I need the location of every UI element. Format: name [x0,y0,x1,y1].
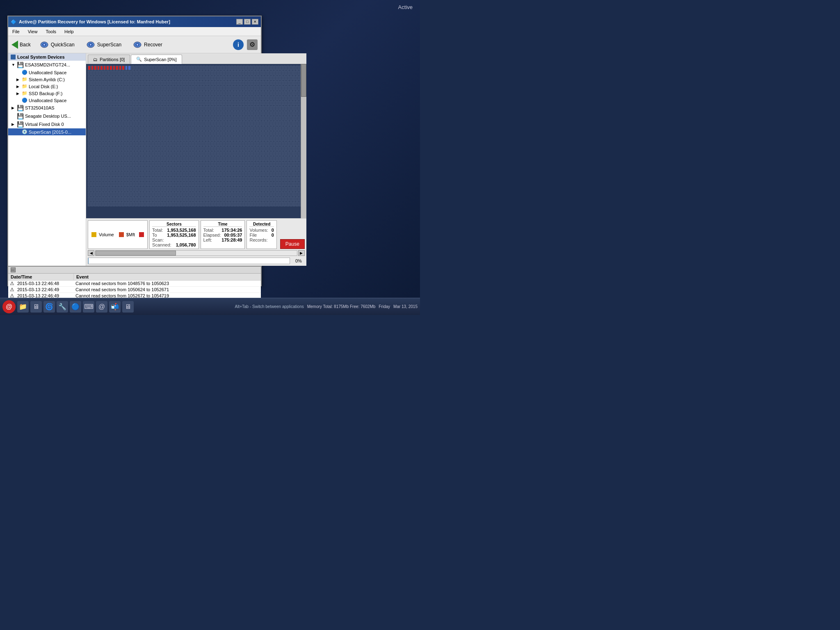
title-bar-left: 🔷 Active@ Partition Recovery for Windows… [11,19,170,25]
alttab-hint: Alt+Tab - Switch between applications [235,304,304,309]
taskbar-icon-5[interactable]: 🔵 [70,301,81,313]
log-row-datetime-1: 2015-03-13 22:46:49 [16,287,74,292]
sectors-total-label: Total: [152,228,163,233]
taskbar-icon-9[interactable]: 🖥 [122,301,134,313]
scroll-left-button[interactable]: ◀ [88,250,94,256]
sidebar-item-ssdbackup[interactable]: ▶ 📁 SSD Backup (F:) [8,90,86,97]
sidebar-item-syspart[interactable]: ▶ 📁 Sistem Ayrildı (C:) [8,76,86,83]
time-left-label: Left: [203,237,212,242]
sidebar-item-disk3[interactable]: ▶ 💾 Virtual Fixed Disk 0 [8,120,86,128]
tree-toggle-syspart: ▶ [16,78,21,82]
taskbar: @ 📁 🖥 🌀 🔧 🔵 ⌨ @ 📬 🖥 Alt+Tab - Switch bet… [0,298,420,315]
log-row-0[interactable]: ⚠ 2015-03-13 22:46:48 Cannot read sector… [8,281,261,287]
taskbar-icon-8[interactable]: 📬 [109,301,121,313]
log-row-event-1: Cannot read sectors from 1050624 to 1052… [74,287,261,292]
syspart-icon: 📁 [22,77,27,82]
pause-button[interactable]: Pause [280,239,305,249]
svg-point-2 [43,44,45,46]
detected-group: Detected Volumes: 0 File Records: 0 [247,220,276,249]
tab-superscan-label: SuperScan [0%] [144,57,177,62]
scroll-right-button[interactable]: ▶ [298,250,305,256]
log-columns: Date/Time Event [8,274,261,281]
volume-label: Volume [99,232,114,237]
scan-grid [86,64,306,218]
unalloc1-label: Unallocated Space [29,98,66,103]
sectors-total-value: 1,953,525,168 [167,228,196,233]
log-minimize-button[interactable]: — [11,267,16,272]
log-header: — [8,267,261,274]
taskbar-memory: Memory Total: 8175Mb Free: 7602Mb [307,304,376,309]
active-label: Active [398,4,413,10]
detected-title: Detected [249,222,274,227]
stats-panel: Volume $Mft Sectors Total: 1,953,525,168 [86,218,306,266]
maximize-button[interactable]: □ [244,19,251,25]
time-title: Time [203,222,242,227]
smft-color [119,232,124,237]
info-button[interactable]: i [233,39,244,50]
menu-file[interactable]: File [11,29,21,34]
localdisk-label: Local Disk (E:) [29,84,58,89]
taskbar-right: Alt+Tab - Switch between applications Me… [235,304,418,309]
toolbar-right: i ⚙ [233,39,258,50]
tree-toggle-disk1: ▶ [11,106,16,110]
progress-bar [88,258,290,264]
disk0-label: ESA3SMD2HTGT24... [25,62,70,67]
tree-toggle-disk3: ▶ [11,122,16,126]
tree-toggle-ssdbackup: ▶ [16,91,21,96]
minimize-button[interactable]: _ [236,19,243,25]
syspart-label: Sistem Ayrildı (C:) [29,77,65,82]
settings-button[interactable]: ⚙ [247,39,258,50]
grid-scrollbar-thumb[interactable] [301,64,306,97]
disk1-icon: 💾 [17,105,24,111]
detected-filerecords-label: File Records: [249,233,268,242]
quickscan-button[interactable]: QuickScan [37,39,77,50]
recover-button[interactable]: Recover [130,39,165,50]
taskbar-icon-2[interactable]: 🖥 [30,301,42,313]
sidebar-item-disk1[interactable]: ▶ 💾 ST3250410AS [8,104,86,112]
superscan-button[interactable]: SuperScan [84,39,124,50]
tab-partitions[interactable]: 🗂 Partitions [0] [88,55,130,64]
back-button[interactable]: Back [11,41,31,49]
unalloc0-icon: 🔵 [22,70,27,75]
disk3-label: Virtual Fixed Disk 0 [25,122,64,127]
toolbar: Back QuickScan SuperScan R [8,36,261,53]
taskbar-icon-6[interactable]: ⌨ [83,301,94,313]
grid-scrollbar[interactable] [301,64,306,218]
menu-tools[interactable]: Tools [44,29,58,34]
detected-volumes-row: Volumes: 0 [249,228,274,233]
scan-scroll-row: ◀ ▶ [88,250,305,256]
scroll-track[interactable] [95,250,297,256]
taskbar-icon-3[interactable]: 🌀 [43,301,55,313]
main-window: 🔷 Active@ Partition Recovery for Windows… [7,16,262,286]
sectors-scanned-row: Scanned: 1,056,780 [152,242,196,247]
time-elapsed-value: 00:05:37 [224,233,242,237]
sidebar-item-localdisk[interactable]: ▶ 📁 Local Disk (E:) [8,83,86,90]
sidebar-item-unalloc1[interactable]: 🔵 Unallocated Space [8,97,86,104]
scan-grid-container [86,64,306,218]
svg-point-8 [137,44,138,46]
sidebar-item-disk0[interactable]: ▼ 💾 ESA3SMD2HTGT24... [8,61,86,69]
sidebar-item-unalloc0[interactable]: 🔵 Unallocated Space [8,69,86,76]
smft-end-color [139,232,144,237]
time-total-row: Total: 175:34:26 [203,228,242,233]
taskbar-day: Friday [379,304,390,309]
sectors-total-row: Total: 1,953,525,168 [152,228,196,233]
sectors-scanned-label: Scanned: [152,242,171,247]
time-total-value: 175:34:26 [221,228,242,233]
log-row-1[interactable]: ⚠ 2015-03-13 22:46:49 Cannot read sector… [8,287,261,293]
menu-view[interactable]: View [26,29,39,34]
tree-toggle-disk0: ▼ [11,63,16,67]
taskbar-icon-7[interactable]: @ [96,301,107,313]
sidebar-item-superscan[interactable]: 💿 SuperScan [2015-0... [8,128,86,135]
menu-help[interactable]: Help [63,29,75,34]
close-button[interactable]: ✕ [252,19,258,25]
time-group: Time Total: 175:34:26 Elapsed: 00:05:37 … [201,220,245,249]
taskbar-icon-1[interactable]: 📁 [17,301,29,313]
sidebar-header-icon [11,55,16,59]
detected-volumes-value: 0 [272,228,274,233]
taskbar-icon-4[interactable]: 🔧 [57,301,68,313]
time-left-row: Left: 175:28:49 [203,237,242,242]
start-button[interactable]: @ [2,300,16,313]
sidebar-item-disk2[interactable]: 💾 Seagate Desktop US... [8,112,86,120]
tab-superscan[interactable]: 🔍 SuperScan [0%] [131,55,182,64]
